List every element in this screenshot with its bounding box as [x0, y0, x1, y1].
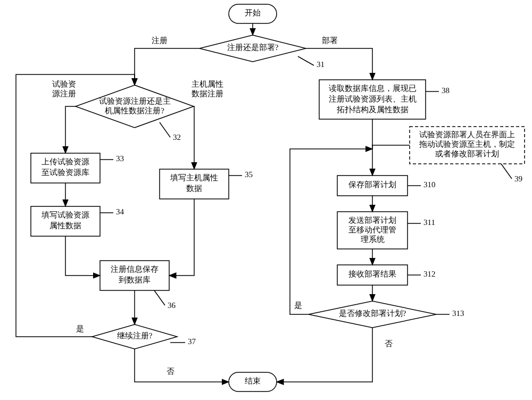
edge-d31-p38-label: 部署 [322, 36, 338, 45]
node-n39-label-l3: 或者修改部署计划 [435, 149, 499, 158]
node-d31-label: 注册还是部署? [227, 43, 279, 52]
edge-d31-p38 [306, 48, 372, 80]
node-p33-id: 33 [116, 154, 124, 163]
node-p38-label-l1: 读取数据库信息，展现已 [329, 84, 417, 93]
edge-d313-no-label: 否 [385, 339, 393, 348]
node-p33-label-l2: 至试验资源库 [41, 168, 89, 177]
node-p312-label: 接收部署结果 [348, 270, 396, 278]
node-p311-label-l3: 理系统 [361, 235, 385, 244]
node-p311-label-l1: 发送部署计划 [348, 216, 396, 224]
edge-d32-p33-label-l2: 源注册 [52, 89, 76, 98]
node-p38-label-l2: 注册试验资源列表、主机 [329, 95, 417, 103]
flowchart-canvas: 开始 注册还是部署? 31 试验资源注册还是主 机属性数据注册? 32 上传试验… [0, 0, 532, 400]
edge-p35-p36 [169, 199, 194, 276]
edge-d313-end [277, 328, 372, 382]
node-n39-label-l2: 拖动试验资源至主机，制定 [419, 140, 515, 148]
edge-d37-yes-label: 是 [76, 324, 84, 333]
edge-d313-yes-label: 是 [294, 301, 302, 310]
node-p312-id: 312 [423, 270, 436, 278]
edge-d31-d32 [135, 48, 200, 85]
node-p38-label-l3: 拓扑结构及属性数据 [336, 105, 409, 114]
node-d313-label: 是否修改部署计划? [339, 309, 406, 318]
node-d37-id: 37 [188, 337, 196, 346]
node-d32-label-l1: 试验资源注册还是主 [99, 97, 171, 105]
node-p36-id: 36 [168, 301, 176, 310]
edge-d32-p35 [194, 106, 194, 169]
edge-d32-p33-label-l1: 试验资 [52, 80, 76, 88]
edge-d32-p33 [65, 106, 76, 153]
node-d32-label-l2: 机属性数据注册? [105, 106, 164, 115]
edge-p34-p36 [65, 236, 100, 276]
node-end-label: 结束 [245, 377, 261, 385]
node-start-label: 开始 [245, 9, 261, 17]
node-p35-label-l2: 数据 [186, 184, 202, 193]
node-p310-id: 310 [423, 180, 436, 189]
node-p36-label-l1: 注册信息保存 [111, 265, 159, 273]
node-p34-id: 34 [116, 207, 124, 216]
node-n39-id: 39 [514, 174, 522, 183]
edge-d32-p35-label-l2: 数据注册 [192, 89, 223, 98]
node-p36-label-l2: 到数据库 [119, 276, 151, 284]
edge-d31-d32-label: 注册 [152, 36, 168, 45]
node-p310-label: 保存部署计划 [348, 180, 396, 189]
node-d31-id: 31 [317, 60, 325, 69]
node-p311-id: 311 [423, 218, 435, 227]
node-p35-label-l1: 填写主机属性 [170, 173, 218, 182]
node-p34-label-l1: 填写试验资源 [41, 211, 89, 219]
edge-d37-no-label: 否 [167, 367, 174, 376]
node-p311-label-l2: 至移动代理管 [348, 226, 396, 234]
node-p38-id: 38 [442, 86, 450, 95]
node-p34-label-l2: 属性数据 [49, 221, 81, 230]
node-d313-id: 313 [452, 309, 464, 318]
edge-d37-end [135, 349, 229, 382]
edge-d32-p35-label-l1: 主机属性 [192, 80, 223, 88]
node-d37-label: 继续注册? [117, 331, 153, 340]
node-d32-id: 32 [173, 133, 181, 141]
node-n39-label-l1: 试验资源部署人员在界面上 [419, 130, 515, 139]
node-p35-id: 35 [245, 170, 253, 179]
node-p33-label-l1: 上传试验资源 [41, 157, 89, 166]
